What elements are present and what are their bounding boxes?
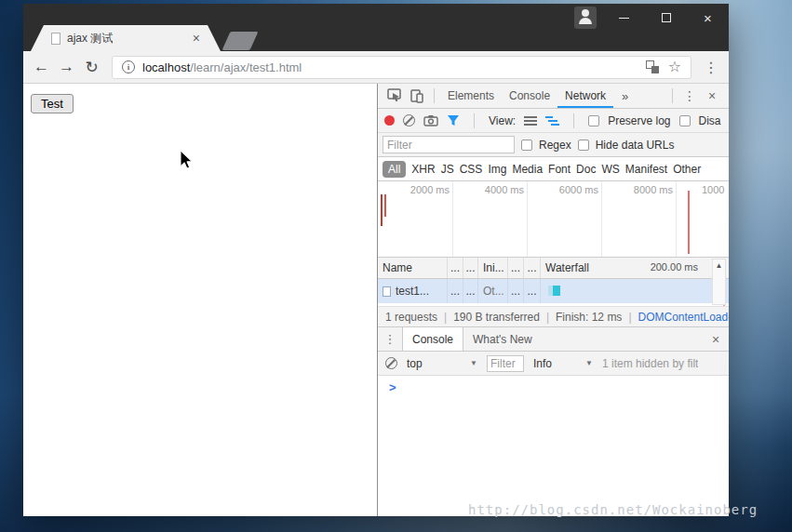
filter-img[interactable]: Img [488,163,506,176]
chevron-down-icon: ▼ [470,359,477,367]
column-type[interactable]: ... [463,258,478,278]
divider [474,113,475,128]
drawer-close-icon[interactable]: × [703,327,729,351]
console-toolbar: top ▼ Info ▼ 1 item hidden by filt [378,352,729,376]
minimize-icon [619,18,629,19]
network-filter-row: Regex Hide data URLs [378,133,729,157]
scroll-up-icon[interactable]: ▲ [713,259,725,273]
preserve-log-checkbox[interactable] [588,115,599,126]
mouse-cursor [180,150,195,174]
network-summary-bar: 1 requests | 190 B transferred | Finish:… [378,306,729,327]
page-info-icon[interactable]: i [122,60,135,73]
more-tabs-icon[interactable]: » [613,89,637,103]
filter-js[interactable]: JS [441,163,454,176]
request-initiator-cell: Ot... [478,279,508,303]
overview-waterfall-icon[interactable] [545,115,559,126]
column-waterfall[interactable]: Waterfall 200.00 ms [541,258,729,278]
refresh-button[interactable]: ↻ [79,55,104,80]
devtools-panel: Elements Console Network » ⋮ × [377,84,729,516]
request-rows-view-icon[interactable] [524,115,537,126]
filter-all[interactable]: All [383,161,406,178]
translate-icon[interactable] [646,60,659,73]
execution-context-dropdown[interactable]: top ▼ [407,357,477,370]
test-button[interactable]: Test [31,94,74,113]
window-controls: × [603,4,729,32]
back-button[interactable]: ← [29,55,54,80]
filter-ws[interactable]: WS [601,163,619,176]
profile-person-icon [582,9,589,17]
log-level-dropdown[interactable]: Info ▼ [533,357,593,370]
hide-data-urls-checkbox[interactable] [578,140,589,151]
tab-elements[interactable]: Elements [440,84,502,108]
column-status[interactable]: ... [448,258,463,278]
waterfall-scale-label: 200.00 ms [651,261,698,273]
summary-transferred: 190 B transferred [453,311,540,324]
filter-doc[interactable]: Doc [576,163,596,176]
timeline-label: 2000 ms [410,184,450,195]
disable-cache-label: Disa [699,114,721,127]
inspect-element-icon[interactable] [387,88,402,103]
maximize-button[interactable] [645,4,687,32]
network-toolbar: View: Preserve log Disa [378,109,729,133]
column-initiator[interactable]: Ini... [478,258,508,278]
devtools-close-icon[interactable]: × [701,88,723,103]
record-icon[interactable] [384,115,395,126]
console-filter-input[interactable] [487,355,524,372]
new-tab-button[interactable] [222,32,259,50]
drawer-tab-whats-new[interactable]: What's New [463,327,542,351]
forward-button[interactable]: → [54,55,79,80]
tab-network[interactable]: Network [557,84,613,108]
column-name[interactable]: Name [378,258,448,278]
request-time-cell: ... [524,279,541,303]
requests-table-header: Name ... ... Ini... ... ... Waterfall 20… [378,258,729,279]
filter-manifest[interactable]: Manifest [625,163,667,176]
summary-requests: 1 requests [385,311,437,324]
network-filter-input[interactable] [383,136,515,153]
request-activity-mark [384,194,386,217]
request-row[interactable]: test1... ... ... Ot... ... ... [378,279,729,303]
gridline [527,181,528,257]
clear-icon[interactable] [403,114,415,126]
bookmark-star-icon[interactable]: ☆ [668,60,681,74]
tab-close-icon[interactable]: × [193,32,200,45]
column-size[interactable]: ... [508,258,524,278]
divider [434,88,435,103]
disable-cache-checkbox[interactable] [679,115,691,126]
browser-tab[interactable]: ajax 测试 × [31,25,221,51]
drawer-menu-icon[interactable]: ⋮ [378,327,402,351]
filter-css[interactable]: CSS [460,163,483,176]
column-time[interactable]: ... [524,258,541,278]
table-scrollbar[interactable]: ▲ [712,259,726,305]
browser-menu-icon[interactable]: ⋮ [699,59,723,76]
gridline [601,181,602,257]
filter-other[interactable]: Other [673,163,701,176]
regex-checkbox[interactable] [521,140,532,151]
view-label: View: [489,114,516,127]
maximize-icon [662,13,671,22]
console-prompt-icon[interactable]: > [389,380,396,394]
profile-button[interactable] [574,7,597,29]
drawer-tab-console[interactable]: Console [402,327,463,351]
gridline [676,181,677,257]
tab-title: ajax 测试 [67,31,113,47]
divider [672,88,673,103]
filter-media[interactable]: Media [512,163,543,176]
devtools-tabbar: Elements Console Network » ⋮ × [378,84,729,109]
filter-font[interactable]: Font [548,163,571,176]
close-window-button[interactable]: × [687,4,729,32]
devtools-menu-icon[interactable]: ⋮ [678,88,701,103]
screenshot-camera-icon[interactable] [423,114,438,126]
tab-console[interactable]: Console [502,84,557,108]
filter-funnel-icon[interactable] [447,114,460,126]
minimize-button[interactable] [603,4,645,32]
load-event-line [688,191,690,254]
summary-finish: Finish: 12 ms [556,311,622,324]
filter-xhr[interactable]: XHR [411,163,435,176]
device-toolbar-icon[interactable] [409,88,424,103]
gridline [452,181,453,257]
address-bar[interactable]: i localhost/learn/ajax/test1.html ☆ [112,56,691,79]
network-overview-timeline[interactable]: 2000 ms 4000 ms 6000 ms 8000 ms 1000 [378,181,729,258]
resource-type-filters: All XHR JS CSS Img Media Font Doc WS Man… [378,157,729,181]
console-body[interactable]: > [378,376,729,516]
console-clear-icon[interactable] [385,357,397,369]
